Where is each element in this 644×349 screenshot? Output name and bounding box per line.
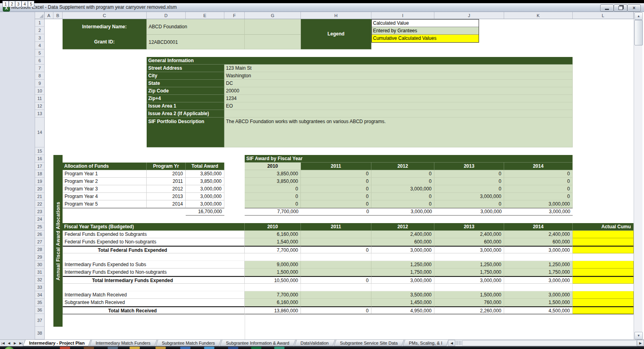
sheet-tab-subgrantee-information-award[interactable]: Subgrantee Information & Award — [220, 340, 296, 346]
grid-cell[interactable] — [147, 208, 186, 216]
grid-cell[interactable]: 1,750,000 — [371, 269, 434, 276]
year-header-2011[interactable]: 2011 — [301, 223, 371, 231]
column-header[interactable]: J — [434, 12, 504, 19]
tab-nav-next-icon[interactable]: ▶ — [12, 340, 18, 346]
header-label-cell[interactable]: Intermediary Name: Grant ID: — [63, 19, 147, 49]
grid-cell[interactable]: 2011 — [147, 178, 186, 185]
grid-cell[interactable] — [245, 284, 301, 291]
row-header[interactable]: 37 — [35, 314, 45, 327]
grid-cell[interactable] — [301, 238, 371, 246]
grid-cell[interactable]: 1,250,000 — [504, 261, 573, 269]
grid-cell[interactable]: 3,000,000 — [434, 193, 504, 200]
start-orb-icon[interactable] — [4, 347, 14, 349]
actual-cumulative-cell[interactable] — [573, 246, 634, 253]
field-value[interactable]: 1234 — [224, 95, 573, 102]
row-header[interactable]: 9 — [35, 80, 45, 87]
grid-cell[interactable] — [301, 299, 371, 306]
field-value[interactable]: DC — [224, 80, 573, 87]
field-value[interactable]: The ABCD Foundation works with subgrante… — [224, 118, 573, 147]
grid-cell[interactable] — [371, 253, 434, 261]
grid-cell[interactable]: Total Federal Funds Expended — [63, 246, 245, 253]
field-value[interactable]: 123 Main St — [224, 65, 573, 72]
column-header[interactable]: A — [45, 12, 53, 19]
grid-cell[interactable] — [301, 269, 371, 276]
gap-cell[interactable] — [224, 208, 245, 216]
grid-cell[interactable]: 3,850,000 — [245, 170, 301, 178]
row-header[interactable]: 14 — [35, 118, 45, 147]
legend-item-calculated[interactable]: Calculated Value — [372, 20, 479, 27]
grid-cell[interactable]: 3,000,000 — [186, 200, 224, 208]
row-header[interactable]: 8 — [35, 72, 45, 80]
grid-cell[interactable]: 3,850,000 — [186, 178, 224, 185]
grid-cell[interactable] — [434, 284, 504, 291]
grid-cell[interactable]: 0 — [504, 185, 573, 193]
grid-cell[interactable]: 9,000,000 — [245, 261, 301, 269]
grid-cell[interactable]: 2013 — [147, 193, 186, 200]
grid-cell[interactable]: Total Intermediary Funds Expended — [63, 276, 245, 284]
grid-cell[interactable]: 3,000,000 — [371, 246, 434, 253]
actual-cumulative-cell[interactable] — [573, 291, 634, 299]
grid-cell[interactable] — [301, 291, 371, 299]
grid-cell[interactable]: 7,700,000 — [245, 291, 301, 299]
row-header[interactable]: 2 — [35, 27, 45, 34]
title-bar[interactable]: X Microsoft Excel - Data Supplement with… — [0, 3, 644, 12]
gap-cell[interactable] — [224, 170, 245, 178]
year-header-2012[interactable]: 2012 — [371, 223, 434, 231]
grid-cell[interactable]: 2012 — [147, 185, 186, 193]
scroll-up-button[interactable]: ▲ — [634, 12, 643, 20]
sheet-tab-intermediary-match-funders[interactable]: Intermediary Match Funders — [89, 340, 157, 346]
field-value[interactable] — [224, 110, 573, 118]
row-header[interactable]: 24 — [35, 216, 45, 223]
grid-cell[interactable]: Intermediary Match Received — [63, 291, 245, 299]
grid-cell[interactable]: 4,500,000 — [504, 306, 573, 314]
row-header[interactable]: 36 — [35, 306, 45, 314]
column-header[interactable]: H — [301, 12, 371, 19]
row-header[interactable]: 7 — [35, 65, 45, 72]
outline-level-3[interactable]: 3 — [15, 1, 22, 7]
grid-cell[interactable]: 1,750,000 — [434, 269, 504, 276]
legend-item-cumulative[interactable]: Cumulative Calculated Values — [372, 35, 479, 42]
row-header[interactable]: 6 — [35, 57, 45, 65]
field-value[interactable]: Washington — [224, 72, 573, 80]
grid-cell[interactable]: 3,000,000 — [186, 193, 224, 200]
field-label[interactable]: SIF Portfolio Description — [147, 118, 224, 147]
row-header[interactable]: 3 — [35, 34, 45, 42]
row-header[interactable]: 4 — [35, 42, 45, 49]
row-header[interactable]: 35 — [35, 299, 45, 306]
row-header[interactable]: 23 — [35, 208, 45, 216]
actual-cumulative-header[interactable]: Actual Cumu — [573, 223, 634, 231]
actual-cumulative-cell[interactable] — [573, 238, 634, 246]
grid-cell[interactable] — [371, 284, 434, 291]
row-header[interactable]: 32 — [35, 276, 45, 284]
sheet-tab-datavalidation[interactable]: DataValidation — [294, 340, 335, 346]
outline-level-5[interactable]: 5 — [28, 1, 34, 7]
year-header-2011[interactable]: 2011 — [301, 163, 371, 170]
header-spacer-cell[interactable] — [245, 19, 301, 49]
grid-cell[interactable]: 0 — [434, 200, 504, 208]
grid-cell[interactable]: 3,000,000 — [186, 185, 224, 193]
field-label[interactable]: City — [147, 72, 224, 80]
taskbar-icon[interactable] — [108, 347, 118, 349]
grid-cell[interactable]: 3,000,000 — [504, 246, 573, 253]
taskbar-icon[interactable] — [274, 347, 285, 349]
column-header[interactable]: G — [245, 12, 301, 19]
taskbar-icon[interactable] — [180, 347, 190, 349]
horizontal-scroll-track[interactable] — [462, 340, 637, 346]
grid-cell[interactable]: 2014 — [147, 200, 186, 208]
grid-cell[interactable]: Program Year 1 — [63, 170, 147, 178]
grid-cell[interactable]: 1,500,000 — [504, 299, 573, 306]
row-header[interactable]: 16 — [35, 155, 45, 163]
grid-cell[interactable]: 0 — [504, 193, 573, 200]
general-info-title[interactable]: General Information — [147, 57, 573, 65]
outline-level-1[interactable]: 1 — [2, 1, 9, 7]
year-header-2012[interactable]: 2012 — [371, 163, 434, 170]
grid-cell[interactable]: 600,000 — [371, 238, 434, 246]
row-header[interactable]: 19 — [35, 178, 45, 185]
grid-cell[interactable] — [434, 253, 504, 261]
grid-cell[interactable]: 2,260,000 — [434, 306, 504, 314]
grid-cell[interactable]: 1,450,000 — [371, 299, 434, 306]
select-all-corner[interactable] — [35, 12, 45, 19]
grid-cell[interactable]: 7,700,000 — [245, 246, 301, 253]
grid-cell[interactable]: Program Year 5 — [63, 200, 147, 208]
grid-cell[interactable]: 0 — [434, 170, 504, 178]
